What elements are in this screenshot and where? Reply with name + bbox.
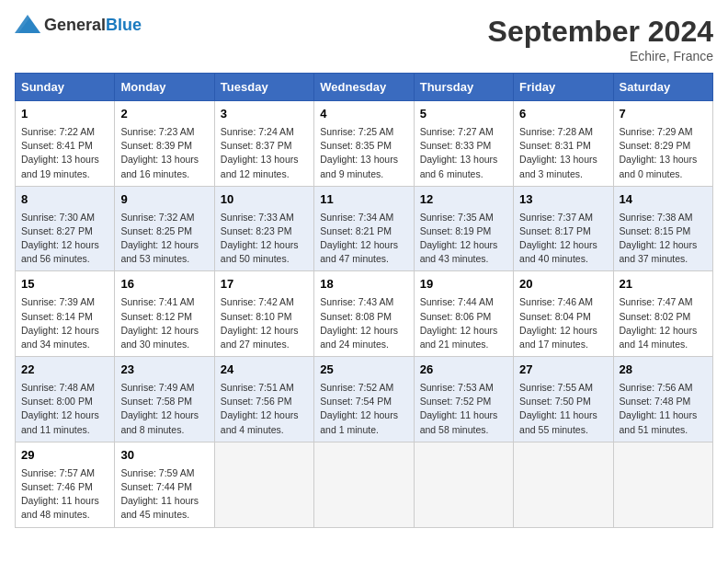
day-info: Sunrise: 7:48 AM Sunset: 8:00 PM Dayligh…: [21, 381, 108, 437]
day-info: Sunrise: 7:28 AM Sunset: 8:31 PM Dayligh…: [519, 125, 607, 181]
day-info: Sunrise: 7:23 AM Sunset: 8:39 PM Dayligh…: [120, 125, 208, 181]
logo-blue: Blue: [106, 16, 142, 34]
day-number: 10: [221, 191, 308, 209]
day-number: 25: [320, 362, 407, 379]
col-header-saturday: Saturday: [613, 74, 712, 101]
calendar-cell: 24Sunrise: 7:51 AM Sunset: 7:56 PM Dayli…: [214, 357, 313, 442]
title-block: September 2024 Echire, France: [488, 15, 713, 63]
day-info: Sunrise: 7:52 AM Sunset: 7:54 PM Dayligh…: [320, 381, 407, 437]
col-header-tuesday: Tuesday: [214, 74, 313, 101]
calendar-cell: 23Sunrise: 7:49 AM Sunset: 7:58 PM Dayli…: [115, 357, 214, 442]
day-number: 4: [320, 106, 407, 123]
day-info: Sunrise: 7:56 AM Sunset: 7:48 PM Dayligh…: [620, 381, 707, 437]
day-number: 13: [519, 191, 607, 209]
day-info: Sunrise: 7:35 AM Sunset: 8:19 PM Dayligh…: [420, 211, 507, 267]
day-info: Sunrise: 7:34 AM Sunset: 8:21 PM Dayligh…: [320, 211, 407, 267]
col-header-sunday: Sunday: [16, 74, 115, 101]
day-number: 17: [221, 276, 308, 293]
day-info: Sunrise: 7:39 AM Sunset: 8:14 PM Dayligh…: [21, 295, 108, 351]
day-number: 19: [420, 276, 507, 293]
day-info: Sunrise: 7:41 AM Sunset: 8:12 PM Dayligh…: [120, 295, 208, 351]
day-number: 2: [120, 106, 208, 123]
logo: GeneralBlue: [15, 15, 142, 35]
day-number: 22: [21, 362, 108, 379]
day-number: 6: [519, 106, 607, 123]
day-number: 16: [120, 276, 208, 293]
calendar-cell: 2Sunrise: 7:23 AM Sunset: 8:39 PM Daylig…: [115, 101, 214, 187]
calendar-cell: 6Sunrise: 7:28 AM Sunset: 8:31 PM Daylig…: [514, 101, 613, 187]
day-number: 23: [120, 362, 208, 379]
month-title: September 2024: [488, 15, 713, 49]
day-number: 27: [519, 362, 607, 379]
calendar-cell: 30Sunrise: 7:59 AM Sunset: 7:44 PM Dayli…: [115, 442, 214, 527]
day-number: 21: [620, 276, 707, 293]
day-number: 15: [21, 276, 108, 293]
day-number: 28: [620, 362, 707, 379]
logo-icon: [15, 15, 40, 35]
calendar-cell: 27Sunrise: 7:55 AM Sunset: 7:50 PM Dayli…: [514, 357, 613, 442]
day-info: Sunrise: 7:32 AM Sunset: 8:25 PM Dayligh…: [120, 211, 208, 267]
day-info: Sunrise: 7:59 AM Sunset: 7:44 PM Dayligh…: [120, 466, 208, 523]
calendar-cell: 12Sunrise: 7:35 AM Sunset: 8:19 PM Dayli…: [414, 186, 513, 271]
calendar-cell: 28Sunrise: 7:56 AM Sunset: 7:48 PM Dayli…: [613, 357, 712, 442]
col-header-wednesday: Wednesday: [314, 74, 414, 101]
day-number: 26: [420, 362, 507, 379]
calendar-cell: 20Sunrise: 7:46 AM Sunset: 8:04 PM Dayli…: [514, 271, 613, 357]
calendar-cell: 26Sunrise: 7:53 AM Sunset: 7:52 PM Dayli…: [414, 357, 513, 442]
logo-general: General: [44, 16, 106, 34]
calendar-cell: 16Sunrise: 7:41 AM Sunset: 8:12 PM Dayli…: [115, 271, 214, 357]
day-number: 9: [120, 191, 208, 209]
calendar-cell: 7Sunrise: 7:29 AM Sunset: 8:29 PM Daylig…: [613, 101, 712, 187]
day-info: Sunrise: 7:38 AM Sunset: 8:15 PM Dayligh…: [620, 211, 707, 267]
calendar-cell: 3Sunrise: 7:24 AM Sunset: 8:37 PM Daylig…: [214, 101, 313, 187]
calendar-cell: 9Sunrise: 7:32 AM Sunset: 8:25 PM Daylig…: [115, 186, 214, 271]
day-info: Sunrise: 7:25 AM Sunset: 8:35 PM Dayligh…: [320, 125, 407, 181]
calendar-cell: 11Sunrise: 7:34 AM Sunset: 8:21 PM Dayli…: [314, 186, 414, 271]
calendar-week-row: 1Sunrise: 7:22 AM Sunset: 8:41 PM Daylig…: [16, 101, 713, 187]
day-number: 11: [320, 191, 407, 209]
calendar-cell: 18Sunrise: 7:43 AM Sunset: 8:08 PM Dayli…: [314, 271, 414, 357]
day-number: 29: [21, 447, 108, 465]
calendar-cell: 29Sunrise: 7:57 AM Sunset: 7:46 PM Dayli…: [16, 442, 115, 527]
day-info: Sunrise: 7:24 AM Sunset: 8:37 PM Dayligh…: [221, 125, 308, 181]
logo-text: GeneralBlue: [44, 16, 142, 35]
calendar-week-row: 15Sunrise: 7:39 AM Sunset: 8:14 PM Dayli…: [16, 271, 713, 357]
calendar-cell: [514, 442, 613, 527]
calendar-week-row: 22Sunrise: 7:48 AM Sunset: 8:00 PM Dayli…: [16, 357, 713, 442]
day-info: Sunrise: 7:51 AM Sunset: 7:56 PM Dayligh…: [221, 381, 308, 437]
day-info: Sunrise: 7:29 AM Sunset: 8:29 PM Dayligh…: [620, 125, 707, 181]
calendar-table: SundayMondayTuesdayWednesdayThursdayFrid…: [15, 73, 713, 528]
day-info: Sunrise: 7:33 AM Sunset: 8:23 PM Dayligh…: [221, 211, 308, 267]
col-header-friday: Friday: [514, 74, 613, 101]
calendar-cell: 21Sunrise: 7:47 AM Sunset: 8:02 PM Dayli…: [613, 271, 712, 357]
calendar-cell: 1Sunrise: 7:22 AM Sunset: 8:41 PM Daylig…: [16, 101, 115, 187]
day-number: 8: [21, 191, 108, 209]
day-info: Sunrise: 7:46 AM Sunset: 8:04 PM Dayligh…: [519, 295, 607, 351]
calendar-header-row: SundayMondayTuesdayWednesdayThursdayFrid…: [16, 74, 713, 101]
day-info: Sunrise: 7:55 AM Sunset: 7:50 PM Dayligh…: [519, 381, 607, 437]
location-title: Echire, France: [488, 49, 713, 63]
day-info: Sunrise: 7:57 AM Sunset: 7:46 PM Dayligh…: [21, 466, 108, 523]
calendar-cell: [414, 442, 513, 527]
calendar-cell: 25Sunrise: 7:52 AM Sunset: 7:54 PM Dayli…: [314, 357, 414, 442]
calendar-cell: 19Sunrise: 7:44 AM Sunset: 8:06 PM Dayli…: [414, 271, 513, 357]
calendar-cell: 15Sunrise: 7:39 AM Sunset: 8:14 PM Dayli…: [16, 271, 115, 357]
day-info: Sunrise: 7:42 AM Sunset: 8:10 PM Dayligh…: [221, 295, 308, 351]
day-number: 14: [620, 191, 707, 209]
calendar-cell: 13Sunrise: 7:37 AM Sunset: 8:17 PM Dayli…: [514, 186, 613, 271]
day-info: Sunrise: 7:43 AM Sunset: 8:08 PM Dayligh…: [320, 295, 407, 351]
day-number: 3: [221, 106, 308, 123]
day-info: Sunrise: 7:53 AM Sunset: 7:52 PM Dayligh…: [420, 381, 507, 437]
day-info: Sunrise: 7:47 AM Sunset: 8:02 PM Dayligh…: [620, 295, 707, 351]
day-info: Sunrise: 7:30 AM Sunset: 8:27 PM Dayligh…: [21, 211, 108, 267]
day-number: 24: [221, 362, 308, 379]
day-number: 5: [420, 106, 507, 123]
calendar-cell: 22Sunrise: 7:48 AM Sunset: 8:00 PM Dayli…: [16, 357, 115, 442]
calendar-cell: [613, 442, 712, 527]
header: GeneralBlue September 2024 Echire, Franc…: [15, 15, 713, 63]
day-number: 7: [620, 106, 707, 123]
calendar-week-row: 8Sunrise: 7:30 AM Sunset: 8:27 PM Daylig…: [16, 186, 713, 271]
col-header-thursday: Thursday: [414, 74, 513, 101]
day-number: 18: [320, 276, 407, 293]
day-info: Sunrise: 7:22 AM Sunset: 8:41 PM Dayligh…: [21, 125, 108, 181]
